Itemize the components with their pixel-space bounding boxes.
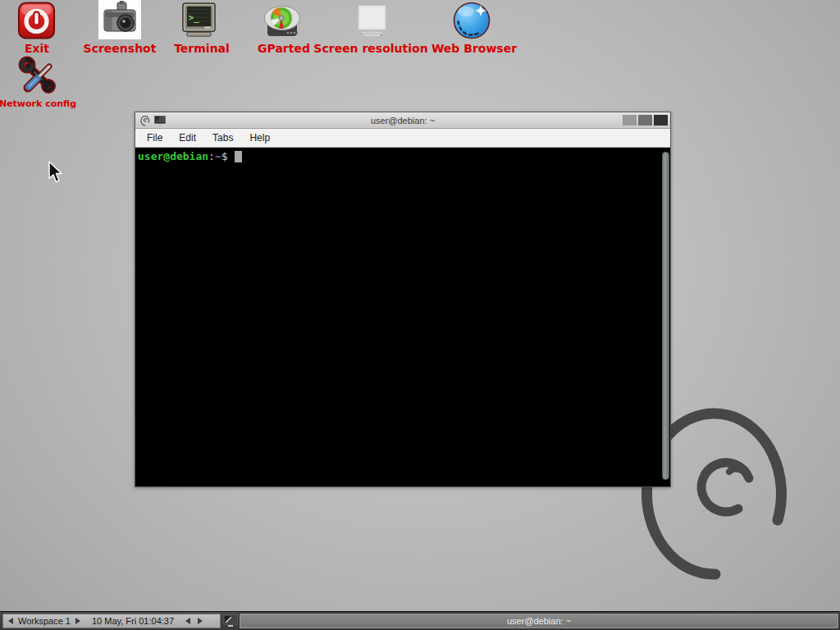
workspace-next-icon[interactable] (75, 618, 80, 624)
window-menubar: File Edit Tabs Help (135, 129, 670, 148)
prompt-colon: : (208, 150, 215, 162)
desktop-icon-screenshot[interactable] (98, 0, 141, 43)
desktop-icon-network-config[interactable] (18, 56, 57, 98)
taskbar-clock: 10 May, Fri 01:04:37 (92, 616, 174, 626)
terminal-scrollbar[interactable] (660, 148, 670, 486)
desktop-icon-screen-resolution[interactable] (352, 3, 391, 43)
scrollbar-thumb[interactable] (662, 152, 669, 480)
desktop-icon-label: Network config (0, 98, 76, 109)
window-menu-debian-icon[interactable] (140, 115, 150, 126)
taskbar-window-button[interactable]: user@debian: ~ (240, 614, 838, 628)
desktop-icon-web-browser[interactable] (452, 1, 491, 43)
desktop-icon-label: Screenshot (84, 42, 157, 55)
terminal-window: user@debian: ~ File Edit Tabs Help user@… (135, 112, 671, 487)
clock-prev-icon[interactable] (185, 618, 190, 624)
maximize-button[interactable] (638, 115, 652, 126)
window-title: user@debian: ~ (371, 116, 435, 126)
power-icon (17, 2, 56, 39)
prompt-user-host: user@debian (138, 150, 208, 162)
desktop-icon-label: Screen resolution (313, 42, 427, 55)
globe-icon (452, 1, 491, 40)
window-titlebar[interactable]: user@debian: ~ (135, 112, 670, 129)
tools-icon (18, 56, 57, 95)
disk-partition-icon (262, 3, 302, 39)
desktop-icon-label: Exit (25, 42, 49, 55)
workspace-clock-panel: Workspace 1 10 May, Fri 01:04:37 (2, 614, 221, 628)
terminal-prompt: user@debian:~$ (135, 148, 670, 162)
desktop-icon-label: GParted (258, 42, 310, 55)
close-button[interactable] (654, 115, 668, 126)
crt-terminal-icon: >_ (180, 2, 218, 39)
terminal-content[interactable]: user@debian:~$ (135, 148, 670, 486)
desktop-icon-exit[interactable] (17, 2, 56, 43)
menu-edit[interactable]: Edit (171, 130, 204, 146)
minimize-button[interactable] (623, 115, 637, 126)
workspace-prev-icon[interactable] (8, 618, 13, 624)
clock-next-icon[interactable] (198, 618, 203, 624)
camera-icon (98, 0, 141, 39)
desktop-icon-label: Terminal (174, 42, 230, 55)
desktop-icon-label: Web Browser (431, 42, 517, 55)
prompt-path: ~ (215, 150, 221, 162)
menu-file[interactable]: File (139, 130, 171, 146)
mouse-cursor (48, 161, 64, 184)
tray-monitor-icon[interactable] (223, 614, 238, 628)
workspace-label: Workspace 1 (18, 616, 71, 626)
monitor-icon (352, 3, 391, 39)
desktop-icon-gparted[interactable] (262, 3, 302, 43)
desktop-icon-terminal[interactable]: >_ (180, 2, 218, 42)
menu-help[interactable]: Help (241, 130, 278, 146)
prompt-dollar: $ (221, 150, 228, 162)
window-terminal-icon (154, 116, 166, 126)
menu-tabs[interactable]: Tabs (204, 130, 241, 146)
svg-text:>_: >_ (189, 12, 199, 23)
terminal-cursor (235, 151, 242, 162)
taskbar: Workspace 1 10 May, Fri 01:04:37 user@de… (0, 611, 840, 630)
